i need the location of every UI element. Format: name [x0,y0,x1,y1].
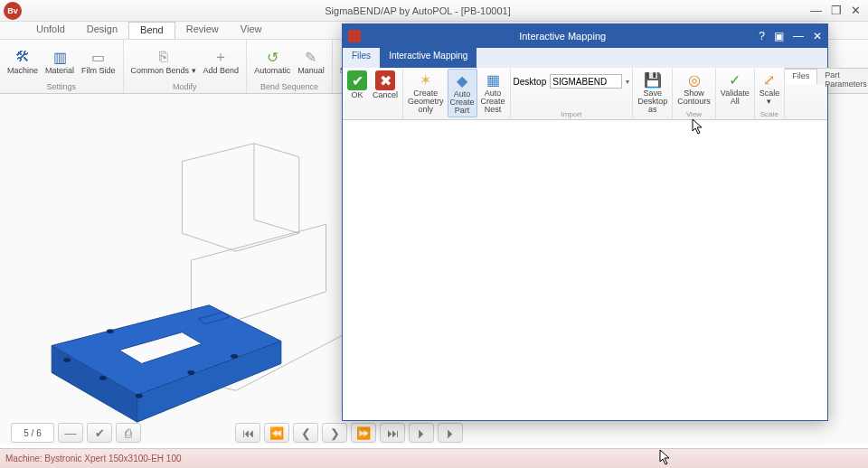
nav-btn-check[interactable]: ✔ [87,423,112,443]
material-icon: ▥ [51,48,69,66]
svg-point-7 [63,358,71,362]
status-machine: Machine: Bystronic Xpert 150x3100-EH 100 [5,454,182,463]
scale-icon: ⤢ [760,70,778,89]
dialog-logo-icon [348,30,361,42]
nav-prev[interactable]: ❮ [293,423,318,443]
validate-icon: ✓ [726,70,744,89]
auto-part-icon: ◆ [453,71,471,89]
manual-icon: ✎ [302,48,320,66]
nav-forward[interactable]: ⏩ [351,423,376,443]
nav-next[interactable]: ❯ [322,423,347,443]
auto-create-nest-button[interactable]: ▦Auto Create Nest [479,69,507,116]
group-settings-label: Settings [47,81,77,91]
cancel-button[interactable]: ✖Cancel [371,69,400,101]
svg-point-12 [107,329,114,333]
btab-files[interactable]: Files [785,69,817,84]
nav-last[interactable]: ⏭ [380,423,405,443]
group-modify-label: Modify [173,81,197,91]
nav-btn-dash[interactable]: — [58,423,83,443]
group-import-label: Import [561,110,582,118]
dtab-files[interactable]: Files [343,48,380,68]
dialog-minimize-icon[interactable]: — [793,30,804,42]
validate-all-button[interactable]: ✓Validate All [719,69,751,108]
manual-button[interactable]: ✎Manual [296,46,326,77]
interactive-mapping-dialog: Interactive Mapping ? ▣ — ✕ Files Intera… [342,23,828,421]
dialog-title: Interactive Mapping [366,31,759,42]
save-desktop-icon: 💾 [644,70,662,89]
dialog-close-icon[interactable]: ✕ [813,30,822,42]
addbend-icon: ＋ [212,48,230,66]
dialog-help-icon[interactable]: ? [759,30,765,42]
group-view-label: View [686,110,702,118]
dialog-bottom-tabs: Files Part Parameters Options Tag Settin… [785,68,868,84]
nav-rewind[interactable]: ⏪ [264,423,289,443]
dialog-titlebar[interactable]: Interactive Mapping ? ▣ — ✕ [343,24,827,48]
machine-button[interactable]: 🛠Machine [5,46,40,77]
dialog-ribbon: ✔OK ✖Cancel ✶Create Geometry only ◆Auto … [343,68,827,120]
nav-first[interactable]: ⏮ [235,423,260,443]
scale-button[interactable]: ⤢Scale ▾ [758,69,782,108]
save-desktop-button[interactable]: 💾Save Desktop as [636,69,669,116]
tab-unfold[interactable]: Unfold [25,22,76,39]
tab-bend[interactable]: Bend [128,22,175,39]
app-title: SigmaBEND/AP by AutoPOL - [PB-10001] [25,5,810,16]
ok-icon: ✔ [347,70,367,90]
tab-view[interactable]: View [230,22,273,39]
desktop-input[interactable] [550,74,622,89]
nav-play[interactable]: ⏵ [409,423,434,443]
close-icon[interactable]: ✕ [851,4,861,17]
automatic-icon: ↺ [263,48,281,66]
ok-button[interactable]: ✔OK [345,69,369,101]
commonbends-icon: ⎘ [155,48,173,66]
svg-point-11 [231,354,238,359]
dialog-restore-icon[interactable]: ▣ [774,30,784,42]
minimize-icon[interactable]: — [810,4,822,17]
commonbends-button[interactable]: ⎘Common Bends ▾ [129,46,198,77]
filmside-icon: ▭ [90,48,108,66]
material-button[interactable]: ▥Material [43,46,76,77]
status-bar: Machine: Bystronic Xpert 150x3100-EH 100 [0,448,868,468]
desktop-field: Desktop ▾ [514,74,630,89]
machine-icon: 🛠 [14,48,32,66]
filmside-button[interactable]: ▭Film Side [80,46,118,77]
dialog-tabstrip: Files Interactive Mapping [343,48,827,68]
page-nav: 5 / 6 — ✔ ⎙ [11,423,141,443]
svg-point-9 [136,394,143,398]
nav-btn-print[interactable]: ⎙ [116,423,141,443]
create-geom-icon: ✶ [417,70,435,89]
show-contours-button[interactable]: ◎Show Contours [675,69,712,108]
contours-icon: ◎ [685,70,703,89]
svg-point-8 [99,376,107,380]
auto-nest-icon: ▦ [484,70,502,89]
page-indicator: 5 / 6 [11,423,54,443]
app-logo-icon: Bv [4,2,22,20]
tab-design[interactable]: Design [76,22,128,39]
desktop-label: Desktop [514,77,547,87]
desktop-dropdown-icon[interactable]: ▾ [626,78,629,86]
cancel-icon: ✖ [375,70,395,90]
window-controls: — ❐ ✕ [810,4,868,17]
transport-nav: ⏮ ⏪ ❮ ❯ ⏩ ⏭ ⏵ ⏵ [235,423,463,443]
btab-partparams[interactable]: Part Parameters [817,69,868,84]
cursor-icon [692,118,704,135]
group-scale-label: Scale [760,110,778,118]
automatic-button[interactable]: ↺Automatic [252,46,292,77]
addbend-button[interactable]: ＋Add Bend [202,46,241,77]
svg-point-10 [187,370,194,375]
nav-play2[interactable]: ⏵ [438,423,463,443]
auto-create-part-button[interactable]: ◆Auto Create Part [448,69,477,117]
maximize-icon[interactable]: ❐ [831,4,842,17]
create-geom-button[interactable]: ✶Create Geometry only [406,69,446,116]
dtab-interactive[interactable]: Interactive Mapping [380,48,476,68]
tab-review[interactable]: Review [175,22,230,39]
group-bendseq-label: Bend Sequence [260,81,318,91]
titlebar: Bv SigmaBEND/AP by AutoPOL - [PB-10001] … [0,0,868,22]
